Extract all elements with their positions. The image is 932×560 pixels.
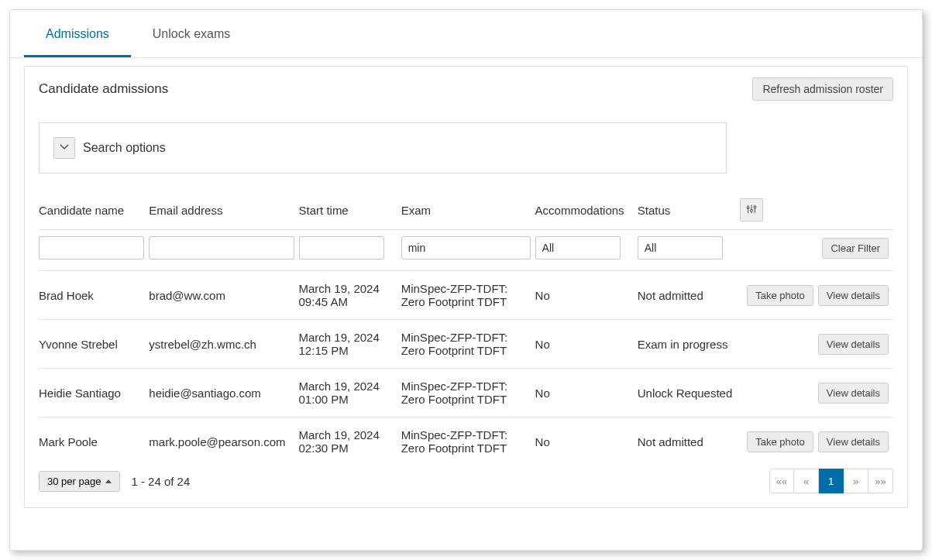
candidates-table: Candidate name Email address Start time … <box>39 191 893 466</box>
sliders-icon <box>746 204 757 217</box>
filter-status-select[interactable] <box>638 236 723 259</box>
page-title: Candidate admissions <box>39 81 168 97</box>
cell-accommodations: No <box>535 435 550 448</box>
filter-start-input[interactable] <box>299 236 384 259</box>
cell-name: Mark Poole <box>39 435 98 448</box>
col-header-name[interactable]: Candidate name <box>39 191 149 230</box>
table-row: Brad Hoekbrad@ww.comMarch 19, 2024 09:45… <box>39 271 893 320</box>
col-header-email[interactable]: Email address <box>149 191 298 230</box>
svg-point-1 <box>747 206 749 208</box>
view-details-button[interactable]: View details <box>818 431 889 452</box>
caret-up-icon <box>105 479 112 483</box>
col-header-accommodations[interactable]: Accommodations <box>535 191 638 230</box>
cell-accommodations: No <box>535 289 550 302</box>
cell-status: Unlock Requested <box>638 387 733 400</box>
per-page-dropdown[interactable]: 30 per page <box>39 471 120 492</box>
take-photo-button[interactable]: Take photo <box>747 431 813 452</box>
cell-exam: MinSpec-ZFP-TDFT: Zero Footprint TDFT <box>401 282 508 308</box>
search-options-toggle[interactable] <box>53 137 75 159</box>
cell-status: Not admitted <box>638 289 703 302</box>
pagination-range: 1 - 24 of 24 <box>131 475 190 488</box>
view-details-button[interactable]: View details <box>818 334 889 355</box>
cell-exam: MinSpec-ZFP-TDFT: Zero Footprint TDFT <box>401 428 508 455</box>
cell-email: brad@ww.com <box>149 289 225 302</box>
cell-email: ystrebel@zh.wmc.ch <box>149 338 256 351</box>
view-details-button[interactable]: View details <box>818 285 889 306</box>
page-first-button[interactable]: «« <box>769 469 794 493</box>
table-row: Mark Poolemark.poole@pearson.comMarch 19… <box>39 417 893 466</box>
search-options-box: Search options <box>39 122 727 173</box>
cell-name: Brad Hoek <box>39 289 94 302</box>
cell-email: mark.poole@pearson.com <box>149 435 285 448</box>
cell-accommodations: No <box>535 338 550 351</box>
cell-exam: MinSpec-ZFP-TDFT: Zero Footprint TDFT <box>401 331 508 357</box>
filter-accommodations-select[interactable] <box>535 236 621 259</box>
page-next-button[interactable]: » <box>844 469 868 493</box>
col-header-start[interactable]: Start time <box>299 191 401 230</box>
filter-email-input[interactable] <box>149 236 294 259</box>
chevron-down-icon <box>60 143 69 154</box>
per-page-label: 30 per page <box>47 476 101 487</box>
tab-unlock-exams[interactable]: Unlock exams <box>131 10 252 57</box>
cell-name: Heidie Santiago <box>39 387 121 400</box>
table-row: Yvonne Strebelystrebel@zh.wmc.chMarch 19… <box>39 320 893 369</box>
col-header-status[interactable]: Status <box>638 191 740 230</box>
cell-start: March 19, 2024 01:00 PM <box>299 380 380 406</box>
svg-point-5 <box>754 205 756 208</box>
pagination: «« « 1 » »» <box>769 469 893 493</box>
cell-name: Yvonne Strebel <box>39 338 118 351</box>
page-last-button[interactable]: »» <box>868 469 893 493</box>
tab-admissions[interactable]: Admissions <box>24 10 131 57</box>
admissions-panel: Admissions Unlock exams Candidate admiss… <box>9 9 923 551</box>
svg-point-3 <box>751 209 753 211</box>
filter-exam-input[interactable] <box>401 236 531 259</box>
card: Candidate admissions Refresh admission r… <box>24 66 908 508</box>
search-options-label: Search options <box>83 141 166 155</box>
tabs: Admissions Unlock exams <box>10 10 922 58</box>
table-row: Heidie Santiagoheidie@santiago.comMarch … <box>39 369 893 417</box>
filter-name-input[interactable] <box>39 236 144 259</box>
view-details-button[interactable]: View details <box>818 383 889 404</box>
cell-status: Exam in progress <box>638 338 728 351</box>
cell-start: March 19, 2024 12:15 PM <box>299 331 380 357</box>
cell-email: heidie@santiago.com <box>149 387 260 400</box>
col-header-exam[interactable]: Exam <box>401 191 535 230</box>
cell-status: Not admitted <box>638 435 703 448</box>
cell-accommodations: No <box>535 387 550 400</box>
column-settings-button[interactable] <box>740 198 763 222</box>
refresh-roster-button[interactable]: Refresh admission roster <box>752 77 893 101</box>
page-prev-button[interactable]: « <box>794 469 819 493</box>
page-1-button[interactable]: 1 <box>819 469 844 493</box>
clear-filter-button[interactable]: Clear Filter <box>822 238 889 259</box>
cell-start: March 19, 2024 02:30 PM <box>299 428 380 455</box>
cell-exam: MinSpec-ZFP-TDFT: Zero Footprint TDFT <box>401 380 508 406</box>
take-photo-button[interactable]: Take photo <box>747 285 813 306</box>
cell-start: March 19, 2024 09:45 AM <box>299 282 380 308</box>
